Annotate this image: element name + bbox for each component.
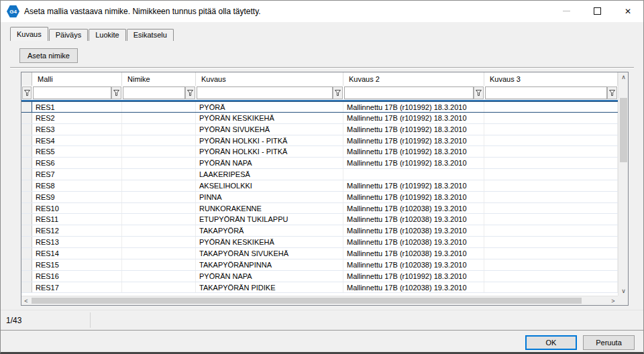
- cell-malli: RES10: [32, 203, 122, 214]
- cell-malli: RES6: [32, 158, 122, 168]
- table-row-res17[interactable]: RES17TAKAPYÖRÄN PIDIKEMallinnettu 17B (r…: [21, 282, 618, 294]
- filter-button-all[interactable]: [22, 86, 32, 99]
- row-indicator: [21, 237, 32, 247]
- filter-cell-indicator: [21, 86, 32, 100]
- cell-nimike: [122, 113, 196, 123]
- cell-kuvaus: PYÖRÄN HOLKKI - PITKÄ: [196, 146, 343, 157]
- table-row-res15[interactable]: RES15TAKAPYÖRÄNPINNAMallinnettu 17B (r10…: [21, 259, 618, 271]
- cell-kuvaus3: [484, 248, 618, 259]
- cell-malli: RES7: [32, 169, 122, 180]
- column-header-malli[interactable]: Malli: [32, 72, 122, 86]
- cell-kuvaus: PYÖRÄN NAPA: [196, 158, 343, 168]
- table-row-res10[interactable]: RES10RUNKORAKENNEMallinnettu 17B (r10203…: [21, 203, 618, 215]
- scroll-left-arrow-icon[interactable]: <: [21, 296, 31, 305]
- filter-button-kuvaus2[interactable]: [474, 86, 484, 99]
- cell-malli: RES16: [32, 271, 122, 282]
- tab-päiväys[interactable]: Päiväys: [49, 29, 89, 41]
- scroll-right-arrow-icon[interactable]: >: [608, 296, 618, 305]
- cell-kuvaus2: Mallinnettu 17B (r101992) 18.3.2010: [343, 113, 484, 123]
- cell-malli: RES14: [32, 248, 122, 259]
- cell-kuvaus: PYÖRÄN KESKIKEHÄ: [196, 237, 343, 247]
- scroll-down-arrow-icon[interactable]: ∨: [619, 286, 629, 296]
- filter-input-kuvaus[interactable]: [197, 86, 333, 99]
- cell-nimike: [122, 146, 196, 157]
- cell-nimike: [122, 282, 196, 293]
- filter-input-malli[interactable]: [33, 86, 111, 99]
- column-header-kuvaus[interactable]: Kuvaus: [196, 72, 343, 86]
- dialog-window: G4 Aseta mallia vastaava nimike. Nimikke…: [0, 0, 644, 354]
- cell-kuvaus: PYÖRÄN NAPA: [196, 271, 343, 282]
- table-row-res1[interactable]: RES1PYÖRÄMallinnettu 17B (r101992) 18.3.…: [21, 101, 618, 113]
- filter-input-kuvaus3[interactable]: [485, 86, 607, 99]
- filter-button-nimike[interactable]: [185, 86, 195, 99]
- maximize-button[interactable]: [582, 1, 612, 21]
- horizontal-scrollbar[interactable]: < >: [21, 296, 618, 305]
- cancel-button[interactable]: Peruuta: [583, 335, 635, 350]
- table-row-res3[interactable]: RES3PYÖRÄN SIVUKEHÄMallinnettu 17B (r101…: [21, 124, 618, 135]
- ok-button[interactable]: OK: [525, 335, 577, 350]
- table-row-res14[interactable]: RES14TAKAPYÖRÄN SIVUKEHÄMallinnettu 17B …: [21, 248, 618, 259]
- cell-malli: RES12: [32, 225, 122, 236]
- cell-nimike: [122, 102, 196, 112]
- cell-kuvaus: PYÖRÄN SIVUKEHÄ: [196, 124, 343, 135]
- filter-input-nimike[interactable]: [123, 86, 185, 99]
- filter-cell-malli: [32, 86, 122, 100]
- cell-kuvaus3: [484, 192, 618, 202]
- cell-nimike: [122, 248, 196, 259]
- cell-nimike: [122, 124, 196, 135]
- tab-esikatselu[interactable]: Esikatselu: [127, 29, 174, 41]
- table-row-res5[interactable]: RES5PYÖRÄN HOLKKI - PITKÄMallinnettu 17B…: [21, 146, 618, 158]
- table-row-res6[interactable]: RES6PYÖRÄN NAPAMallinnettu 17B (r101992)…: [21, 158, 618, 169]
- status-bar-divider: [90, 312, 91, 328]
- funnel-icon: [475, 89, 482, 97]
- aseta-nimike-button[interactable]: Aseta nimike: [19, 48, 78, 63]
- app-icon-label: G4: [9, 9, 17, 15]
- tab-luokite[interactable]: Luokite: [89, 29, 125, 41]
- cell-kuvaus2: [343, 169, 484, 180]
- table-row-res2[interactable]: RES2PYÖRÄN KESKIKEHÄMallinnettu 17B (r10…: [21, 113, 618, 124]
- cell-kuvaus: AKSELIHOLKKI: [196, 180, 343, 191]
- table-row-res12[interactable]: RES12TAKAPYÖRÄMallinnettu 17B (r102038) …: [21, 225, 618, 237]
- minimize-icon: [563, 11, 570, 11]
- tab-strip: KuvausPäiväysLuokiteEsikatselu: [10, 27, 174, 41]
- filter-button-kuvaus3[interactable]: [607, 86, 617, 99]
- table-row-res13[interactable]: RES13PYÖRÄN KESKIKEHÄMallinnettu 17B (r1…: [21, 237, 618, 248]
- filter-button-kuvaus[interactable]: [333, 86, 343, 99]
- funnel-icon: [186, 89, 194, 97]
- table-row-res4[interactable]: RES4PYÖRÄN HOLKKI - PITKÄMallinnettu 17B…: [21, 135, 618, 147]
- filter-input-kuvaus2[interactable]: [344, 86, 474, 99]
- section-divider: [10, 67, 634, 68]
- table-row-res16[interactable]: RES16PYÖRÄN NAPAMallinnettu 17B (r101992…: [21, 271, 618, 282]
- cell-nimike: [122, 225, 196, 236]
- close-button[interactable]: ✕: [612, 1, 643, 21]
- column-header-nimike[interactable]: Nimike: [122, 72, 196, 86]
- tab-kuvaus[interactable]: Kuvaus: [10, 27, 48, 41]
- funnel-icon: [23, 89, 31, 97]
- row-indicator: [21, 271, 32, 282]
- cell-kuvaus2: Mallinnettu 17B (r101992) 18.3.2010: [343, 192, 484, 202]
- cell-kuvaus3: [484, 271, 618, 282]
- row-indicator: [21, 225, 32, 236]
- row-indicator: [21, 203, 32, 214]
- column-header-kuvaus2[interactable]: Kuvaus 2: [343, 72, 484, 86]
- column-header-kuvaus3[interactable]: Kuvaus 3: [484, 72, 618, 86]
- row-indicator: [21, 158, 32, 168]
- vertical-scrollbar[interactable]: ∧ ∨: [618, 72, 628, 296]
- items-grid: MalliNimikeKuvausKuvaus 2Kuvaus 3 RES1PY…: [21, 72, 629, 306]
- filter-cell-kuvaus2: [343, 86, 484, 100]
- table-row-res11[interactable]: RES11ETUPYÖRÄN TUKILAPPUMallinnettu 17B …: [21, 214, 618, 225]
- horizontal-scrollbar-thumb[interactable]: [32, 298, 582, 304]
- filter-button-malli[interactable]: [111, 86, 121, 99]
- table-row-res7[interactable]: RES7LAAKERIPESÄ: [21, 169, 618, 180]
- vertical-scrollbar-thumb[interactable]: [620, 98, 627, 162]
- scrollbar-corner: [618, 296, 628, 305]
- cell-nimike: [122, 135, 196, 146]
- table-row-res8[interactable]: RES8AKSELIHOLKKIMallinnettu 17B (r101992…: [21, 180, 618, 192]
- cell-kuvaus: PINNA: [196, 192, 343, 202]
- cell-kuvaus2: Mallinnettu 17B (r102038) 19.3.2010: [343, 248, 484, 259]
- table-row-res9[interactable]: RES9PINNAMallinnettu 17B (r101992) 18.3.…: [21, 192, 618, 203]
- cell-kuvaus2: Mallinnettu 17B (r101992) 18.3.2010: [343, 124, 484, 135]
- cell-kuvaus3: [484, 169, 618, 180]
- scroll-up-arrow-icon[interactable]: ∧: [619, 72, 629, 82]
- minimize-button[interactable]: [551, 1, 582, 21]
